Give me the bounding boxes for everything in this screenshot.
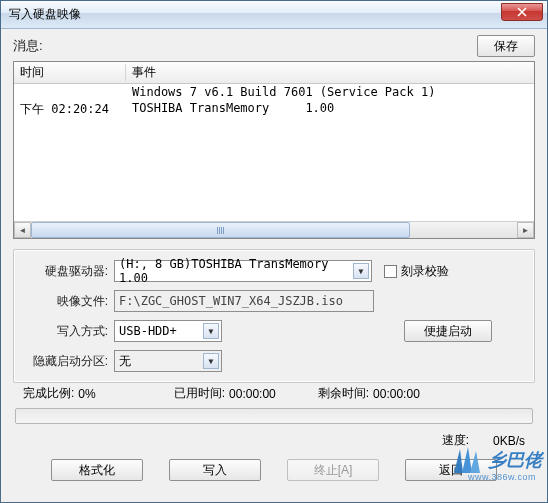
verify-checkbox[interactable]: 刻录校验: [384, 263, 449, 280]
log-header: 时间 事件: [14, 62, 534, 84]
message-row: 消息: 保存: [1, 29, 547, 61]
log-row: Windows 7 v6.1 Build 7601 (Service Pack …: [14, 84, 534, 100]
remain-value: 00:00:00: [373, 387, 420, 401]
image-file-field[interactable]: F:\ZGC_GHOST_WIN7_X64_JSZJB.iso: [114, 290, 374, 312]
done-label: 完成比例:: [23, 385, 74, 402]
log-col-event[interactable]: 事件: [126, 64, 534, 81]
image-label: 映像文件:: [22, 293, 114, 310]
scroll-right-button[interactable]: ►: [517, 222, 534, 238]
write-mode-value: USB-HDD+: [119, 324, 177, 338]
image-row: 映像文件: F:\ZGC_GHOST_WIN7_X64_JSZJB.iso: [22, 290, 526, 312]
titlebar: 写入硬盘映像: [1, 1, 547, 29]
chevron-down-icon: ▼: [203, 323, 219, 339]
verify-label: 刻录校验: [401, 263, 449, 280]
done-value: 0%: [78, 387, 95, 401]
button-row: 格式化 写入 终止[A] 返回: [1, 453, 547, 485]
remain-label: 剩余时间:: [318, 385, 369, 402]
speed-label: 速度:: [442, 432, 469, 449]
elapsed-label: 已用时间:: [174, 385, 225, 402]
abort-button[interactable]: 终止[A]: [287, 459, 379, 481]
drive-label: 硬盘驱动器:: [22, 263, 114, 280]
back-button[interactable]: 返回: [405, 459, 497, 481]
speed-row: 速度: 0KB/s: [1, 430, 547, 453]
log-cell-time: 下午 02:20:24: [14, 101, 126, 118]
message-label: 消息:: [13, 37, 477, 55]
chevron-left-icon: ◄: [19, 226, 27, 235]
elapsed-value: 00:00:00: [229, 387, 276, 401]
format-button[interactable]: 格式化: [51, 459, 143, 481]
chevron-down-icon: ▼: [203, 353, 219, 369]
scroll-left-button[interactable]: ◄: [14, 222, 31, 238]
hide-boot-combo[interactable]: 无 ▼: [114, 350, 222, 372]
hide-boot-label: 隐藏启动分区:: [22, 353, 114, 370]
progress-bar: [15, 408, 533, 424]
log-body[interactable]: Windows 7 v6.1 Build 7601 (Service Pack …: [14, 84, 534, 221]
log-col-time[interactable]: 时间: [14, 64, 126, 81]
drive-row: 硬盘驱动器: (H:, 8 GB)TOSHIBA TransMemory 1.0…: [22, 260, 526, 282]
write-mode-label: 写入方式:: [22, 323, 114, 340]
image-file-value: F:\ZGC_GHOST_WIN7_X64_JSZJB.iso: [119, 294, 343, 308]
log-cell-time: [14, 85, 126, 99]
chevron-down-icon: ▼: [353, 263, 369, 279]
close-button[interactable]: [501, 3, 543, 21]
scrollbar-thumb[interactable]: [31, 222, 410, 238]
scrollbar-track[interactable]: [31, 222, 517, 238]
log-cell-event: Windows 7 v6.1 Build 7601 (Service Pack …: [126, 85, 534, 99]
write-button[interactable]: 写入: [169, 459, 261, 481]
log-row: 下午 02:20:24 TOSHIBA TransMemory 1.00: [14, 100, 534, 119]
quick-boot-button[interactable]: 便捷启动: [404, 320, 492, 342]
checkbox-box-icon: [384, 265, 397, 278]
close-icon: [517, 7, 527, 17]
save-button[interactable]: 保存: [477, 35, 535, 57]
write-mode-row: 写入方式: USB-HDD+ ▼ 便捷启动: [22, 320, 526, 342]
stats-row: 完成比例: 0% 已用时间: 00:00:00 剩余时间: 00:00:00: [1, 383, 547, 408]
hide-boot-row: 隐藏启动分区: 无 ▼: [22, 350, 526, 372]
drive-combo[interactable]: (H:, 8 GB)TOSHIBA TransMemory 1.00 ▼: [114, 260, 372, 282]
chevron-right-icon: ►: [522, 226, 530, 235]
log-cell-event: TOSHIBA TransMemory 1.00: [126, 101, 534, 118]
options-panel: 硬盘驱动器: (H:, 8 GB)TOSHIBA TransMemory 1.0…: [13, 249, 535, 383]
write-mode-combo[interactable]: USB-HDD+ ▼: [114, 320, 222, 342]
scrollbar-grip-icon: [217, 227, 224, 234]
window: 写入硬盘映像 消息: 保存 时间 事件 Windows 7 v6.1 Build…: [0, 0, 548, 503]
horizontal-scrollbar[interactable]: ◄ ►: [14, 221, 534, 238]
drive-value: (H:, 8 GB)TOSHIBA TransMemory 1.00: [119, 257, 351, 285]
hide-boot-value: 无: [119, 353, 131, 370]
speed-value: 0KB/s: [493, 434, 525, 448]
log-panel: 时间 事件 Windows 7 v6.1 Build 7601 (Service…: [13, 61, 535, 239]
window-title: 写入硬盘映像: [9, 6, 501, 23]
